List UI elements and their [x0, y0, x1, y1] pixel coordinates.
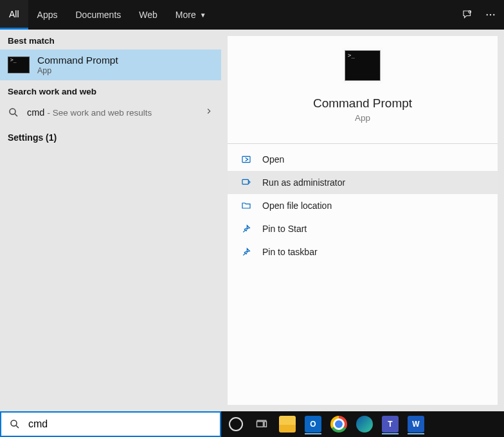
filter-tabs: All Apps Documents Web More ▼ — [0, 0, 504, 30]
tab-all[interactable]: All — [0, 0, 28, 30]
action-open-location[interactable]: Open file location — [228, 194, 498, 217]
taskbar-explorer[interactable] — [276, 413, 298, 435]
svg-rect-6 — [242, 156, 250, 162]
preview-title: Command Prompt — [313, 96, 412, 111]
pin-icon — [240, 246, 252, 258]
preview-panel: Command Prompt App Open — [228, 36, 498, 405]
action-open-label: Open — [262, 154, 284, 165]
action-pin-start-label: Pin to Start — [262, 224, 307, 234]
best-match-subtitle: App — [37, 66, 118, 75]
svg-rect-11 — [264, 422, 266, 427]
search-icon — [9, 418, 21, 430]
options-icon[interactable] — [483, 8, 498, 22]
search-box[interactable] — [0, 411, 221, 437]
taskbar-word[interactable]: W — [405, 413, 427, 435]
tab-documents[interactable]: Documents — [66, 0, 130, 30]
command-prompt-icon — [8, 57, 30, 73]
svg-line-5 — [15, 114, 17, 116]
chevron-right-icon — [204, 107, 213, 118]
feedback-icon[interactable] — [460, 8, 474, 22]
settings-group[interactable]: Settings (1) — [0, 125, 221, 150]
results-panel: Best match Command Prompt App Search wor… — [0, 30, 221, 411]
tab-apps[interactable]: Apps — [28, 0, 67, 30]
svg-point-4 — [10, 109, 15, 114]
cortana-icon[interactable] — [225, 413, 247, 435]
web-search-item[interactable]: cmd - See work and web results — [0, 100, 221, 125]
taskbar-chrome[interactable] — [328, 413, 350, 435]
action-run-admin-label: Run as administrator — [262, 177, 345, 188]
action-open-location-label: Open file location — [262, 201, 332, 211]
taskbar: O T W — [221, 411, 504, 437]
svg-point-8 — [11, 420, 17, 426]
taskbar-edge[interactable] — [354, 413, 375, 435]
taskbar-outlook[interactable]: O — [302, 413, 324, 435]
svg-point-1 — [487, 14, 488, 15]
action-pin-start[interactable]: Pin to Start — [228, 217, 498, 240]
best-match-title: Command Prompt — [37, 55, 118, 66]
search-icon — [8, 107, 19, 118]
svg-point-3 — [493, 14, 494, 15]
preview-subtitle: App — [355, 113, 370, 123]
best-match-label: Best match — [0, 30, 221, 49]
open-icon — [240, 154, 252, 165]
action-run-admin[interactable]: Run as administrator — [228, 171, 498, 194]
svg-point-0 — [469, 11, 471, 13]
web-search-hint: - See work and web results — [47, 108, 152, 118]
action-open[interactable]: Open — [228, 148, 498, 171]
chevron-down-icon: ▼ — [200, 12, 206, 19]
tab-more-label: More — [176, 10, 196, 20]
divider — [228, 143, 498, 144]
tab-more[interactable]: More ▼ — [166, 0, 215, 30]
folder-icon — [240, 200, 252, 211]
web-search-query: cmd — [27, 107, 44, 118]
svg-point-2 — [490, 14, 491, 15]
search-web-label: Search work and web — [0, 80, 221, 100]
preview-app-icon — [345, 50, 381, 81]
task-view-icon[interactable] — [251, 413, 273, 435]
search-input[interactable] — [28, 418, 220, 430]
tab-web[interactable]: Web — [130, 0, 166, 30]
pin-icon — [240, 223, 252, 235]
best-match-item[interactable]: Command Prompt App — [0, 49, 221, 80]
svg-rect-10 — [257, 422, 264, 427]
shield-icon — [240, 177, 252, 188]
svg-line-9 — [16, 425, 19, 428]
svg-rect-7 — [242, 179, 248, 184]
action-pin-taskbar-label: Pin to taskbar — [262, 247, 318, 257]
action-pin-taskbar[interactable]: Pin to taskbar — [228, 240, 498, 263]
taskbar-teams[interactable]: T — [379, 413, 401, 435]
